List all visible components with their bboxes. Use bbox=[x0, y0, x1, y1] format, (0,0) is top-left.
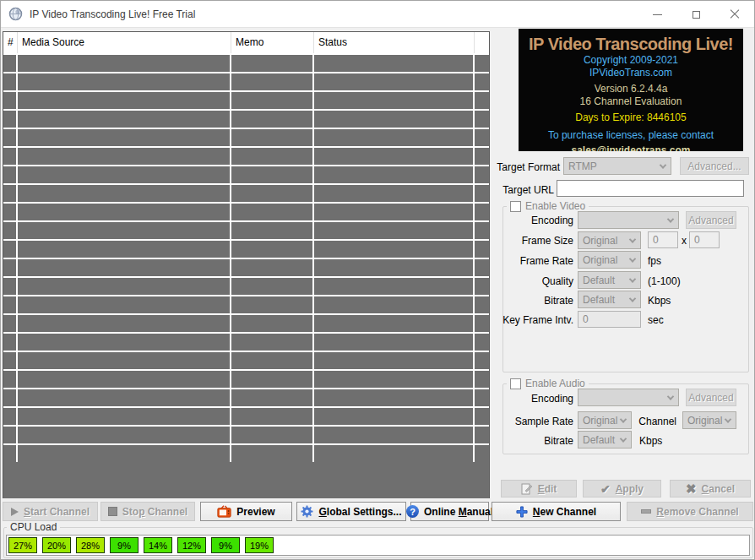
chevron-down-icon bbox=[629, 275, 636, 282]
cpu-load-label: CPU Load bbox=[7, 521, 60, 533]
close-icon bbox=[730, 9, 740, 19]
target-format-advanced-button: Advanced... bbox=[680, 157, 749, 175]
channel-label: Channel bbox=[592, 416, 676, 427]
preview-button[interactable]: Preview bbox=[200, 502, 292, 521]
stop-channel-button: Stop Channel bbox=[100, 502, 195, 521]
frame-width-input: 0 bbox=[648, 231, 678, 248]
apply-check-icon: ✔ bbox=[600, 483, 611, 495]
new-channel-button[interactable]: New Channel bbox=[492, 502, 621, 521]
maximize-button[interactable] bbox=[676, 1, 715, 28]
global-settings-button[interactable]: Global Settings... bbox=[296, 502, 406, 521]
keyframe-label: Key Frame Intv. bbox=[472, 314, 573, 326]
cancel-button: ✖ Cancel bbox=[670, 480, 751, 497]
enable-video-label: Enable Video bbox=[525, 200, 585, 212]
frame-rate-select: Original bbox=[578, 251, 641, 269]
edit-button: Edit bbox=[501, 480, 577, 497]
remove-channel-button: Remove Channel bbox=[627, 502, 753, 521]
table-row bbox=[3, 72, 489, 90]
quality-select: Default bbox=[578, 271, 641, 289]
video-bitrate-unit: Kbps bbox=[648, 295, 671, 307]
minimize-button[interactable] bbox=[638, 1, 676, 28]
table-row bbox=[3, 90, 489, 109]
close-button[interactable] bbox=[715, 1, 754, 28]
table-row bbox=[3, 332, 489, 351]
frame-rate-label: Frame Rate bbox=[472, 255, 573, 267]
audio-advanced-button: Advanced bbox=[686, 389, 736, 406]
stop-icon bbox=[108, 507, 117, 516]
audio-encoding-label: Encoding bbox=[472, 393, 573, 405]
table-row bbox=[3, 202, 489, 220]
frame-size-select: Original bbox=[578, 231, 641, 249]
plus-icon bbox=[516, 506, 528, 518]
cpu-load-cell: 12% bbox=[177, 537, 206, 553]
gear-icon bbox=[301, 505, 313, 518]
table-row bbox=[3, 276, 489, 295]
chevron-down-icon bbox=[629, 236, 636, 242]
frame-rate-unit: fps bbox=[648, 255, 661, 267]
cpu-load-cell: 9% bbox=[110, 537, 139, 553]
table-row bbox=[3, 351, 489, 369]
column-header-memo: Memo bbox=[231, 32, 314, 53]
frame-height-input: 0 bbox=[689, 231, 720, 248]
start-channel-button: Start Channel bbox=[3, 502, 98, 521]
cpu-load-cell: 19% bbox=[245, 537, 274, 553]
title-bar: IP Video Transcoding Live! Free Trial bbox=[1, 1, 754, 28]
column-header-filler bbox=[475, 32, 489, 53]
video-encoding-label: Encoding bbox=[472, 215, 573, 226]
maximize-icon bbox=[693, 11, 700, 19]
table-row bbox=[3, 295, 489, 313]
target-format-label: Target Format bbox=[467, 161, 560, 173]
enable-video-checkbox[interactable] bbox=[510, 201, 521, 212]
tv-icon bbox=[217, 505, 231, 518]
column-header-status: Status bbox=[314, 32, 475, 53]
keyframe-input: 0 bbox=[578, 311, 641, 328]
table-row bbox=[3, 369, 489, 388]
target-url-input[interactable] bbox=[557, 180, 744, 197]
enable-audio-checkbox[interactable] bbox=[510, 378, 521, 389]
chevron-down-icon bbox=[629, 295, 636, 302]
license-info-panel: IP Video Transcoding Live! Copyright 200… bbox=[519, 29, 743, 151]
table-row bbox=[3, 388, 489, 406]
sales-email-link[interactable]: sales@ipvideotrans.com bbox=[571, 144, 690, 151]
channel-table[interactable]: # Media Source Memo Status bbox=[3, 31, 490, 498]
table-row bbox=[3, 128, 489, 146]
edit-icon bbox=[521, 483, 533, 495]
days-to-expire-text: Days to Expire: 8446105 bbox=[519, 111, 743, 124]
table-row bbox=[3, 425, 489, 443]
cpu-load-cell: 14% bbox=[144, 537, 172, 553]
channel-table-body bbox=[3, 53, 489, 462]
table-row bbox=[3, 239, 489, 258]
cpu-load-cell: 27% bbox=[8, 537, 37, 553]
chevron-down-icon bbox=[667, 393, 674, 400]
table-row bbox=[3, 146, 489, 165]
video-encoding-select bbox=[578, 211, 679, 229]
table-row bbox=[3, 406, 489, 425]
online-manual-button[interactable]: ? Online Manual bbox=[410, 502, 489, 521]
cpu-load-cell: 9% bbox=[211, 537, 240, 553]
chevron-down-icon bbox=[667, 215, 674, 222]
column-header-number: # bbox=[3, 32, 18, 53]
cpu-load-cell: 28% bbox=[76, 537, 105, 553]
video-bitrate-label: Bitrate bbox=[472, 295, 573, 307]
quality-unit: (1-100) bbox=[648, 275, 681, 287]
minimize-icon bbox=[653, 14, 662, 15]
chevron-down-icon bbox=[620, 435, 627, 442]
minus-icon bbox=[641, 509, 651, 514]
audio-bitrate-unit: Kbps bbox=[639, 435, 662, 447]
frame-size-separator: x bbox=[682, 235, 687, 247]
audio-bitrate-select: Default bbox=[578, 431, 632, 449]
video-advanced-button: Advanced bbox=[686, 211, 736, 229]
edition-text: 16 Channel Evaluation bbox=[519, 95, 743, 108]
app-icon bbox=[8, 7, 23, 21]
audio-bitrate-label: Bitrate bbox=[472, 435, 573, 447]
channel-table-header: # Media Source Memo Status bbox=[3, 32, 489, 53]
keyframe-unit: sec bbox=[648, 314, 664, 326]
cpu-load-cell: 20% bbox=[42, 537, 71, 553]
table-row bbox=[3, 53, 489, 72]
table-row bbox=[3, 313, 489, 332]
window-title: IP Video Transcoding Live! Free Trial bbox=[30, 8, 195, 20]
table-row bbox=[3, 443, 489, 462]
copyright-text: Copyright 2009-2021 bbox=[519, 54, 743, 67]
video-bitrate-select: Default bbox=[578, 291, 641, 308]
chevron-down-icon bbox=[629, 255, 636, 262]
